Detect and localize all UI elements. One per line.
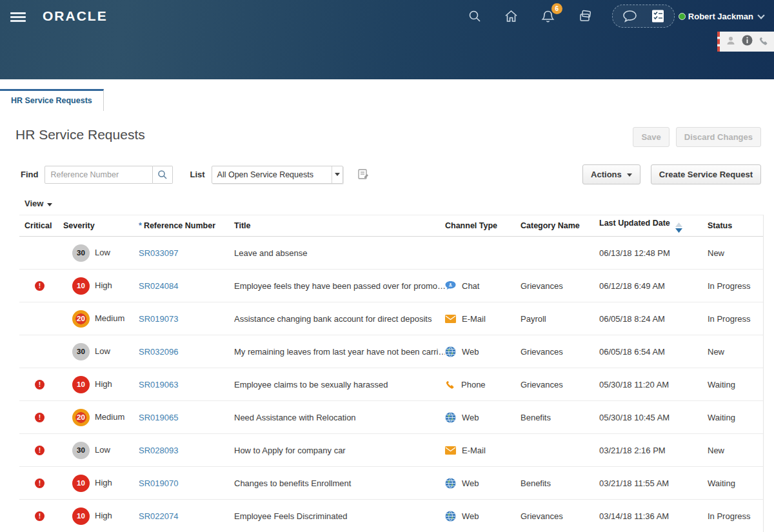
column-header-critical[interactable]: Critical xyxy=(19,221,63,230)
table-row[interactable]: !30LowSR028093How to Apply for company c… xyxy=(19,434,763,467)
channel-label: Web xyxy=(462,511,479,521)
status-cell: In Progress xyxy=(708,511,763,521)
chat-channel-icon xyxy=(445,281,456,291)
critical-icon: ! xyxy=(35,281,45,291)
severity-label: Medium xyxy=(95,412,124,422)
title-cell: Employee claims to be sexually harassed xyxy=(234,380,445,389)
channel-label: Chat xyxy=(462,281,479,291)
reference-link[interactable]: SR019065 xyxy=(139,413,178,422)
severity-badge: 10 xyxy=(72,507,90,525)
severity-label: Low xyxy=(95,445,110,455)
title-cell: Need Assistance with Relocation xyxy=(234,413,445,422)
title-cell: Assistance changing bank account for dir… xyxy=(234,314,445,324)
channel-cell: Web xyxy=(445,511,521,522)
severity-cell: 10High xyxy=(63,475,139,492)
actions-menu-button[interactable]: Actions xyxy=(582,164,640,184)
channel-cell: Phone xyxy=(445,379,521,389)
category-cell: Benefits xyxy=(521,478,599,488)
last-updated-cell: 05/30/18 10:45 AM xyxy=(599,413,708,422)
column-header-status[interactable]: Status xyxy=(708,221,763,230)
user-menu[interactable]: Robert Jackman xyxy=(679,12,764,21)
category-cell: Payroll xyxy=(521,314,599,324)
severity-badge: 20 xyxy=(72,310,90,328)
documents-icon[interactable] xyxy=(577,9,593,23)
last-updated-cell: 06/12/18 6:49 AM xyxy=(599,281,708,291)
reference-link[interactable]: SR019073 xyxy=(139,314,178,324)
list-select-value: All Open Service Requests xyxy=(212,170,332,179)
sort-descending-icon[interactable] xyxy=(675,228,682,233)
last-updated-cell: 03/21/18 2:16 PM xyxy=(599,446,708,455)
reference-link[interactable]: SR022074 xyxy=(139,511,178,521)
tasks-checklist-icon[interactable] xyxy=(651,9,665,23)
reference-link[interactable]: SR028093 xyxy=(139,446,178,455)
last-updated-cell: 06/05/18 6:54 AM xyxy=(599,347,708,357)
caret-down-icon xyxy=(47,203,52,206)
category-cell: Grievances xyxy=(521,380,599,389)
info-icon[interactable] xyxy=(742,35,753,48)
table-row[interactable]: !10HighSR024084Employee feels they have … xyxy=(19,270,763,302)
table-row[interactable]: !10HighSR019070Changes to benefits Enrol… xyxy=(19,467,763,500)
reference-cell: SR028093 xyxy=(139,446,234,455)
create-service-request-button[interactable]: Create Service Request xyxy=(651,164,761,184)
table-row[interactable]: 30LowSR032096My remaining leaves from la… xyxy=(19,335,763,368)
email-channel-icon xyxy=(445,446,456,455)
save-button[interactable]: Save xyxy=(633,127,669,147)
find-label: Find xyxy=(21,170,38,179)
severity-label: High xyxy=(95,478,112,488)
critical-icon: ! xyxy=(35,413,45,422)
tab-hr-service-requests[interactable]: HR Service Requests xyxy=(0,89,104,111)
required-marker: * xyxy=(139,221,142,230)
channel-label: Web xyxy=(462,347,479,357)
user-name: Robert Jackman xyxy=(688,12,753,21)
find-input[interactable] xyxy=(45,166,153,184)
find-search-button[interactable] xyxy=(153,166,173,184)
title-cell: Employee Feels Discriminated xyxy=(234,511,445,521)
sort-ascending-icon[interactable] xyxy=(675,222,682,227)
critical-icon: ! xyxy=(35,511,45,521)
status-cell: New xyxy=(708,446,763,455)
web-channel-icon xyxy=(445,511,456,522)
table-row[interactable]: !20MediumSR019065Need Assistance with Re… xyxy=(19,401,763,434)
web-channel-icon xyxy=(445,478,456,489)
menu-icon[interactable] xyxy=(10,10,26,24)
critical-cell: ! xyxy=(19,379,63,389)
discard-changes-button[interactable]: Discard Changes xyxy=(676,127,761,147)
chat-icon[interactable] xyxy=(622,9,638,23)
view-menu[interactable]: View xyxy=(25,199,52,208)
column-header-reference-number[interactable]: *Reference Number xyxy=(139,221,234,230)
list-select[interactable]: All Open Service Requests xyxy=(212,166,343,184)
column-header-last-updated-date[interactable]: Last Updated Date xyxy=(599,219,708,233)
channel-label: Web xyxy=(462,413,479,422)
manage-lists-icon[interactable] xyxy=(357,168,370,181)
reference-link[interactable]: SR024084 xyxy=(139,281,178,291)
critical-icon: ! xyxy=(35,380,45,389)
person-icon[interactable] xyxy=(726,35,736,48)
column-header-title[interactable]: Title xyxy=(234,221,445,230)
top-header: ORACLE 6 xyxy=(0,0,774,79)
reference-link[interactable]: SR019070 xyxy=(139,478,178,488)
severity-label: Medium xyxy=(95,313,124,323)
channel-label: E-Mail xyxy=(462,314,486,324)
channel-cell: E-Mail xyxy=(445,446,521,455)
home-icon[interactable] xyxy=(504,9,519,23)
status-cell: In Progress xyxy=(708,281,763,291)
table-row[interactable]: !10HighSR022074Employee Feels Discrimina… xyxy=(19,500,763,532)
channel-label: Phone xyxy=(461,380,486,389)
reference-link[interactable]: SR033097 xyxy=(139,248,178,258)
presence-dot-icon xyxy=(679,13,686,20)
phone-icon[interactable] xyxy=(759,35,769,48)
reference-link[interactable]: SR032096 xyxy=(139,347,178,357)
column-header-channel-type[interactable]: Channel Type xyxy=(445,221,521,230)
column-header-severity[interactable]: Severity xyxy=(63,221,139,230)
table-row[interactable]: !10HighSR019063Employee claims to be sex… xyxy=(19,368,763,401)
column-header-category-name[interactable]: Category Name xyxy=(521,221,599,230)
table-row[interactable]: 30LowSR033097Leave and absense06/13/18 1… xyxy=(19,237,763,270)
reference-cell: SR024084 xyxy=(139,281,234,291)
severity-cell: 30Low xyxy=(63,343,139,360)
reference-link[interactable]: SR019063 xyxy=(139,380,178,389)
search-icon[interactable] xyxy=(468,9,482,23)
status-cell: New xyxy=(708,347,763,357)
notifications-bell-icon[interactable]: 6 xyxy=(541,9,555,24)
table-row[interactable]: 20MediumSR019073Assistance changing bank… xyxy=(19,302,763,335)
severity-cell: 20Medium xyxy=(63,409,139,426)
